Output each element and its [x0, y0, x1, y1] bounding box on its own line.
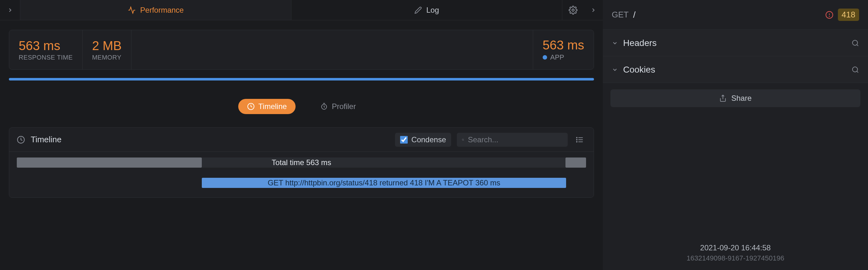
tab-performance[interactable]: Performance: [20, 0, 291, 20]
stat-gap: [131, 30, 533, 69]
section-headers[interactable]: Headers: [603, 30, 868, 56]
svg-point-14: [829, 16, 829, 16]
timeline-row-event[interactable]: GET http://httpbin.org/status/418 return…: [17, 178, 586, 188]
memory-label: MEMORY: [92, 54, 122, 61]
tabbar: Performance Log: [0, 0, 603, 20]
chevron-down-icon: [612, 40, 618, 46]
app-label: APP: [550, 53, 564, 61]
search-box[interactable]: [457, 133, 568, 147]
app-time-value: 563 ms: [542, 38, 584, 52]
tab-log-label: Log: [426, 6, 439, 14]
headers-label: Headers: [623, 38, 657, 48]
cookies-label: Cookies: [623, 65, 655, 75]
svg-line-16: [857, 44, 858, 46]
request-metadata: 2021-09-20 16:44:58 1632149098-9167-1927…: [603, 243, 868, 270]
chevron-down-icon: [612, 66, 618, 73]
stats-row: 563 ms RESPONSE TIME 2 MB MEMORY 563 ms …: [9, 30, 594, 70]
subtabs: Timeline Profiler: [0, 99, 603, 114]
request-method: GET: [612, 10, 628, 20]
tab-scroll-right[interactable]: [590, 7, 596, 13]
response-time-value: 563 ms: [19, 39, 73, 53]
list-icon: [576, 136, 584, 144]
stopwatch-icon: [320, 103, 328, 110]
timeline-title: Timeline: [31, 135, 61, 145]
svg-line-18: [857, 71, 858, 72]
subtab-profiler-label: Profiler: [332, 102, 356, 111]
tab-performance-label: Performance: [140, 6, 184, 14]
response-time-label: RESPONSE TIME: [19, 54, 73, 61]
subtab-timeline-label: Timeline: [258, 102, 287, 111]
sidebar: GET / 418 Headers Cookies Share 2021-09-…: [603, 0, 868, 270]
svg-point-10: [577, 139, 577, 140]
request-summary: GET / 418: [603, 0, 868, 30]
section-cookies[interactable]: Cookies: [603, 56, 868, 83]
svg-point-15: [852, 40, 858, 45]
tab-scroll-left[interactable]: [0, 0, 20, 20]
timeline-row-total[interactable]: Total time 563 ms: [17, 157, 586, 168]
tab-log[interactable]: Log: [291, 0, 563, 20]
chevron-right-icon: [590, 7, 596, 13]
search-input[interactable]: [468, 135, 563, 144]
activity-icon: [128, 6, 136, 14]
subtab-timeline[interactable]: Timeline: [238, 99, 296, 114]
request-path: /: [633, 10, 636, 20]
svg-point-11: [577, 141, 577, 142]
condense-toggle[interactable]: Condense: [395, 133, 451, 147]
clock-icon: [247, 103, 255, 110]
stat-response-time: 563 ms RESPONSE TIME: [9, 30, 83, 69]
bar-label-event: GET http://httpbin.org/status/418 return…: [202, 178, 566, 188]
memory-value: 2 MB: [92, 39, 122, 53]
clock-icon: [17, 136, 25, 144]
timeline-body: Total time 563 ms GET http://httpbin.org…: [9, 152, 594, 198]
timeline-panel: Timeline Condense Total time 563 ms: [9, 127, 594, 198]
stat-memory: 2 MB MEMORY: [83, 30, 131, 69]
search-icon: [462, 136, 464, 143]
progress-bar: [9, 78, 594, 81]
gear-icon: [569, 6, 578, 14]
stat-app-time: 563 ms APP: [533, 30, 594, 69]
chevron-right-icon: [7, 7, 13, 13]
condense-checkbox[interactable]: [400, 136, 408, 144]
svg-point-9: [577, 137, 577, 138]
pencil-icon: [414, 6, 422, 14]
request-timestamp: 2021-09-20 16:44:58: [603, 243, 868, 252]
share-icon: [719, 94, 727, 102]
bar-label-total: Total time 563 ms: [17, 157, 586, 168]
request-id: 1632149098-9167-1927450196: [603, 254, 868, 262]
share-button[interactable]: Share: [611, 89, 860, 107]
share-label: Share: [731, 94, 751, 103]
search-icon[interactable]: [851, 66, 859, 73]
svg-point-4: [462, 139, 464, 140]
condense-label: Condense: [411, 135, 446, 144]
list-view-button[interactable]: [574, 133, 586, 146]
svg-point-0: [572, 9, 574, 11]
warning-icon: [825, 11, 834, 19]
svg-point-17: [852, 67, 858, 72]
settings-button[interactable]: [569, 6, 578, 14]
search-icon[interactable]: [851, 39, 859, 47]
timeline-header: Timeline Condense: [9, 128, 594, 152]
status-code-badge: 418: [838, 8, 859, 21]
app-dot-icon: [542, 55, 547, 60]
subtab-profiler[interactable]: Profiler: [311, 99, 365, 114]
